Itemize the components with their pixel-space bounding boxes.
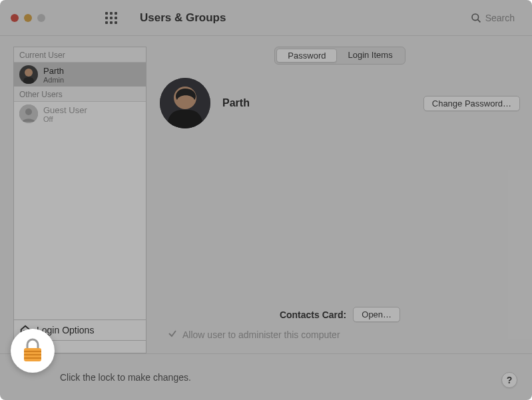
tab-group: Password Login Items bbox=[274, 47, 405, 65]
svg-point-3 bbox=[25, 69, 33, 77]
user-texts: Guest User Off bbox=[43, 105, 87, 123]
user-header: Parth Change Password… bbox=[160, 78, 520, 128]
sidebar-spacer bbox=[14, 126, 146, 319]
user-role: Off bbox=[43, 115, 87, 123]
search-icon bbox=[471, 13, 481, 23]
svg-rect-4 bbox=[23, 77, 34, 84]
sidebar-user-current[interactable]: Parth Admin bbox=[14, 63, 146, 87]
main-pane: Password Login Items Parth Change Passwo… bbox=[160, 47, 520, 353]
search-placeholder: Search bbox=[485, 13, 515, 23]
admin-checkbox-label: Allow user to administer this computer bbox=[182, 329, 340, 340]
svg-rect-10 bbox=[168, 110, 202, 128]
sidebar-user-guest[interactable]: Guest User Off bbox=[14, 102, 146, 126]
lock-button[interactable] bbox=[11, 329, 55, 373]
svg-point-6 bbox=[25, 108, 32, 115]
footer: Click the lock to make changes. ? bbox=[0, 353, 532, 400]
help-button[interactable]: ? bbox=[501, 372, 517, 388]
open-contacts-button[interactable]: Open… bbox=[353, 307, 400, 322]
toolbar: Users & Groups Search bbox=[0, 0, 532, 36]
lock-hint-text: Click the lock to make changes. bbox=[60, 372, 191, 383]
close-button[interactable] bbox=[11, 14, 19, 22]
content-area: Current User Parth Admin Other Users Gue… bbox=[0, 36, 532, 353]
users-sidebar: Current User Parth Admin Other Users Gue… bbox=[13, 47, 146, 353]
minimize-button[interactable] bbox=[24, 14, 32, 22]
nav-arrows bbox=[69, 12, 83, 24]
change-password-button[interactable]: Change Password… bbox=[423, 96, 520, 111]
user-name: Guest User bbox=[43, 105, 87, 115]
avatar bbox=[19, 65, 38, 84]
svg-rect-14 bbox=[24, 357, 41, 359]
check-icon bbox=[168, 329, 177, 338]
svg-line-1 bbox=[477, 19, 480, 22]
svg-point-0 bbox=[472, 14, 479, 21]
svg-rect-12 bbox=[24, 351, 41, 352]
sidebar-section-other: Other Users bbox=[14, 87, 146, 102]
svg-rect-13 bbox=[24, 354, 41, 355]
user-texts: Parth Admin bbox=[43, 66, 64, 84]
zoom-button[interactable] bbox=[37, 14, 45, 22]
user-role: Admin bbox=[43, 76, 64, 84]
avatar bbox=[19, 104, 38, 123]
admin-checkbox[interactable] bbox=[168, 329, 177, 340]
contacts-card-row: Contacts Card: Open… bbox=[160, 307, 520, 322]
window-controls bbox=[11, 14, 45, 22]
contacts-card-label: Contacts Card: bbox=[280, 309, 346, 320]
user-avatar[interactable] bbox=[160, 78, 210, 128]
sidebar-section-current: Current User bbox=[14, 47, 146, 63]
admin-privilege-row: Allow user to administer this computer bbox=[160, 329, 520, 340]
window-title: Users & Groups bbox=[140, 11, 460, 25]
lock-icon bbox=[21, 337, 44, 364]
user-display-name: Parth bbox=[222, 97, 411, 109]
tab-login-items[interactable]: Login Items bbox=[337, 49, 403, 63]
user-name: Parth bbox=[43, 66, 64, 76]
search-field[interactable]: Search bbox=[471, 13, 521, 23]
preferences-window: Users & Groups Search Current User Parth… bbox=[0, 0, 532, 400]
show-all-button[interactable] bbox=[105, 12, 117, 24]
tab-bar: Password Login Items bbox=[160, 47, 520, 65]
tab-password[interactable]: Password bbox=[276, 49, 337, 63]
